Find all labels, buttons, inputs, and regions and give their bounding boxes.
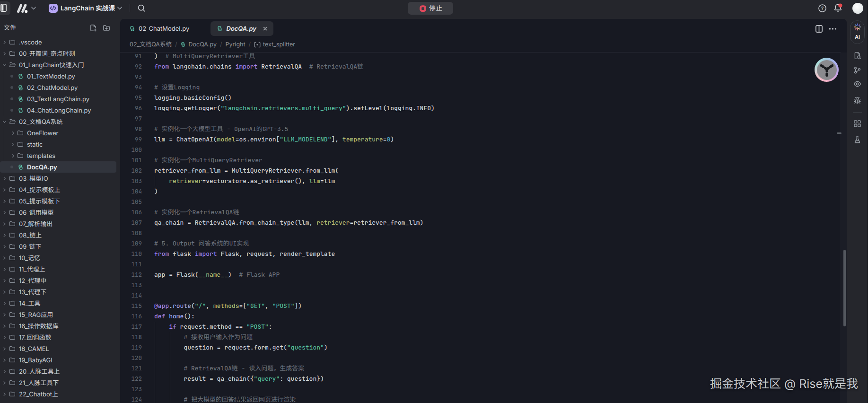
svg-text:?: ?	[821, 5, 824, 11]
